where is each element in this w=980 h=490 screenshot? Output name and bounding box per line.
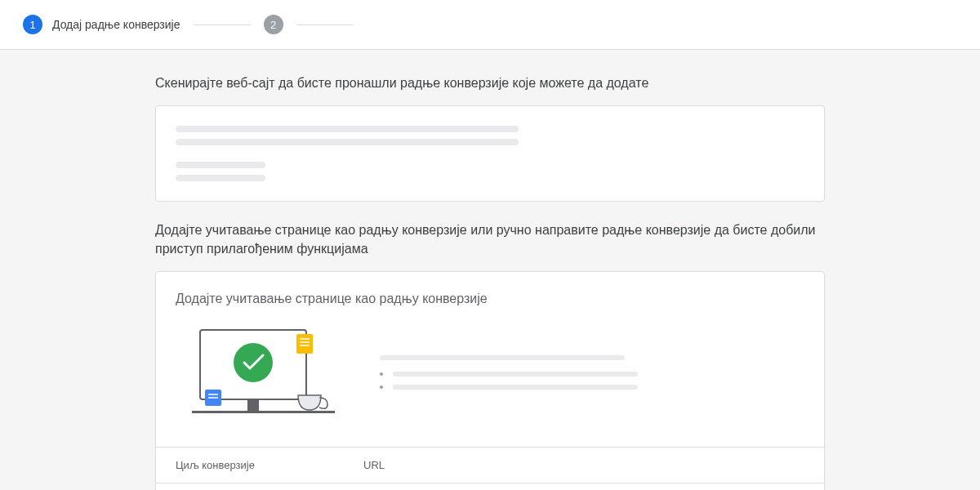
header-url: URL (363, 459, 527, 471)
monitor-illustration (176, 326, 347, 427)
svg-rect-7 (192, 411, 335, 413)
step-1-label: Додај радње конверзије (52, 18, 180, 31)
step-2-number: 2 (264, 15, 283, 34)
pageload-card: Додајте учитавање странице као радњу кон… (155, 271, 825, 490)
placeholder-line (176, 126, 519, 132)
pageload-section-title: Додајте учитавање странице као радњу кон… (155, 221, 825, 258)
stepper: 1 Додај радње конверзије 2 (0, 0, 980, 50)
placeholder-line (176, 175, 265, 181)
header-goal: Циљ конверзије (176, 459, 363, 471)
svg-point-1 (234, 343, 273, 382)
placeholder-line (176, 139, 519, 145)
pageload-card-title: Додајте учитавање странице као радњу кон… (156, 272, 824, 326)
scan-section-title: Скенирајте веб-сајт да бисте пронашли ра… (155, 74, 825, 92)
step-1-number: 1 (23, 15, 42, 34)
table-header: Циљ конверзије URL (156, 447, 824, 483)
svg-rect-2 (296, 334, 313, 354)
table-row: Започињање плаћања ПРИХВАТИ ПРЕДЛОГ (156, 483, 824, 490)
scan-card (155, 105, 825, 202)
step-connector (296, 24, 354, 25)
placeholder-line (176, 162, 265, 168)
step-connector (194, 24, 251, 25)
bullets-placeholder (380, 355, 804, 398)
svg-rect-6 (247, 399, 259, 411)
step-1[interactable]: 1 Додај радње конверзије (23, 15, 180, 34)
step-2[interactable]: 2 (264, 15, 283, 34)
